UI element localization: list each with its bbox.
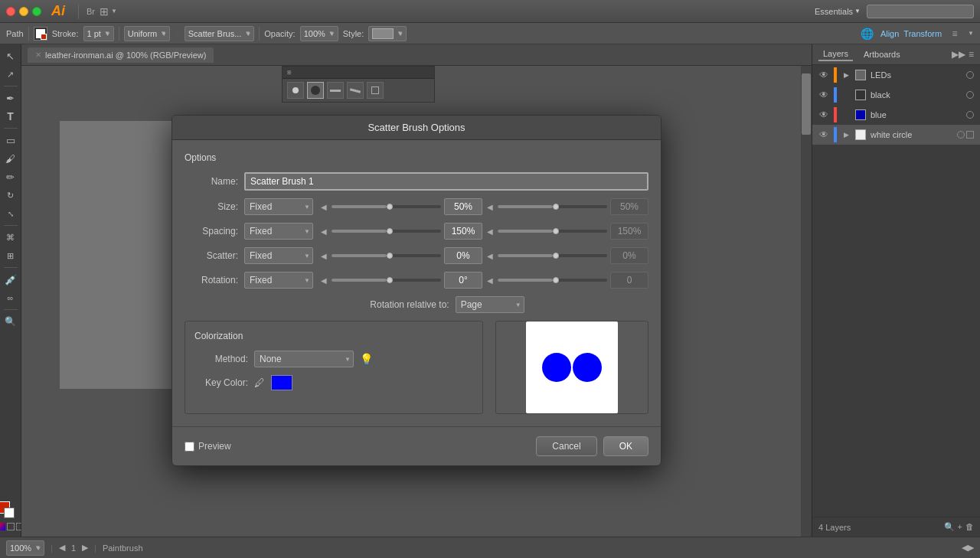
layer-visibility-blue[interactable]: 👁	[818, 109, 829, 120]
method-wrap[interactable]: NoneTintsTints and ShadesHue Shift	[254, 351, 354, 367]
rotation-type-select[interactable]: FixedRandom	[244, 272, 313, 289]
doc-tab[interactable]: ✕ leather-ironman.ai @ 100% (RGB/Preview…	[28, 47, 214, 63]
globe-icon[interactable]: 🌐	[859, 25, 876, 42]
free-transform-tool[interactable]: ⊞	[2, 247, 19, 264]
method-select[interactable]: NoneTintsTints and ShadesHue Shift	[254, 351, 354, 367]
layer-visibility-leds[interactable]: 👁	[818, 70, 829, 80]
fullscreen-button[interactable]	[32, 7, 41, 16]
minimize-button[interactable]	[19, 7, 28, 16]
opacity-dropdown[interactable]: 100% ▼	[300, 26, 338, 41]
color-mode-icon[interactable]	[0, 523, 5, 530]
spacing-type-wrap[interactable]: FixedRandom	[244, 223, 313, 240]
size-slider-left-arrow[interactable]: ◀	[319, 203, 328, 211]
prev-page[interactable]: ◀	[59, 543, 65, 553]
tab-layers[interactable]: Layers	[818, 47, 853, 61]
size-slider-thumb[interactable]	[387, 204, 393, 210]
view-options[interactable]: ⊞ ▼	[100, 5, 117, 18]
brush-wrap[interactable]: Scatter Brus... ▼	[185, 26, 255, 41]
next-page[interactable]: ▶	[82, 543, 88, 553]
traffic-lights[interactable]	[6, 7, 41, 16]
uniform-wrap[interactable]: Uniform ▼	[124, 26, 170, 41]
zoom-tool[interactable]: 🔍	[2, 313, 19, 330]
brush-option-1[interactable]	[287, 82, 304, 99]
layer-visibility-black[interactable]: 👁	[818, 90, 829, 100]
layers-panel-menu[interactable]: ≡	[969, 49, 974, 60]
rotation-slider-track[interactable]	[332, 279, 441, 282]
preview-checkbox-input[interactable]	[185, 442, 194, 452]
uniform-dropdown[interactable]: Uniform ▼	[124, 26, 170, 41]
blend-tool[interactable]: ∞	[2, 289, 19, 306]
bulb-icon[interactable]: 💡	[360, 353, 373, 365]
stroke-input[interactable]: 1 pt ▼	[83, 26, 114, 41]
brush-option-4[interactable]	[347, 82, 364, 99]
name-input[interactable]	[244, 172, 648, 191]
tab-artboards[interactable]: Artboards	[859, 48, 905, 60]
layers-panel-expand[interactable]: ▶▶	[952, 49, 965, 60]
select-tool[interactable]: ↖	[2, 47, 19, 64]
transform-button[interactable]: Transform	[903, 29, 942, 38]
eyedropper-tool[interactable]: 💉	[2, 271, 19, 288]
ok-button[interactable]: OK	[603, 436, 648, 456]
search-input[interactable]	[867, 5, 974, 18]
size-slider-thumb-2[interactable]	[553, 204, 559, 210]
size-slider-track[interactable]	[332, 205, 441, 208]
layer-row-leds[interactable]: 👁 ▶ LEDs	[812, 65, 980, 85]
layer-expand-leds[interactable]: ▶	[841, 70, 851, 80]
scale-tool[interactable]: ⤡	[2, 205, 19, 222]
fill-stroke-indicator[interactable]	[0, 501, 15, 518]
brush-option-2[interactable]	[307, 82, 324, 99]
style-dropdown[interactable]: ▼	[368, 26, 407, 41]
spacing-slider-left-arrow[interactable]: ◀	[319, 227, 328, 236]
spacing-type-select[interactable]: FixedRandom	[244, 223, 313, 240]
scatter-slider-thumb-2[interactable]	[553, 253, 559, 259]
rotation-relative-select[interactable]: PagePath	[456, 296, 524, 313]
direct-select-tool[interactable]: ↗	[2, 66, 19, 83]
spacing-slider-track-2[interactable]	[498, 230, 607, 233]
pencil-tool[interactable]: ✏	[2, 168, 19, 185]
rotation-slider-thumb[interactable]	[387, 277, 393, 283]
scatter-slider-track[interactable]	[332, 254, 441, 257]
rotation-value-input[interactable]	[444, 272, 482, 289]
scatter-type-wrap[interactable]: FixedRandom	[244, 247, 313, 264]
rotate-tool[interactable]: ↻	[2, 187, 19, 204]
scatter-slider-right-arrow[interactable]: ◀	[485, 252, 495, 260]
stroke-color[interactable]	[34, 27, 47, 41]
scatter-type-select[interactable]: FixedRandom	[244, 247, 313, 264]
tab-close[interactable]: ✕	[35, 51, 41, 59]
rotation-slider-right-arrow[interactable]: ◀	[485, 276, 495, 285]
preview-checkbox[interactable]: Preview	[185, 441, 231, 452]
rectangle-tool[interactable]: ▭	[2, 132, 19, 148]
layer-row-white-circle[interactable]: 👁 ▶ white circle	[812, 125, 980, 145]
essentials-button[interactable]: Essentials ▼	[815, 7, 861, 16]
cancel-button[interactable]: Cancel	[536, 436, 596, 456]
status-arrows[interactable]: ◀▶	[962, 543, 974, 553]
eyedropper-icon[interactable]: 🖊	[254, 377, 265, 389]
gradient-icon[interactable]	[7, 523, 15, 530]
layers-delete-icon[interactable]: 🗑	[965, 522, 974, 532]
key-color-swatch[interactable]	[271, 375, 292, 390]
close-button[interactable]	[6, 7, 15, 16]
layer-row-black[interactable]: 👁 black	[812, 85, 980, 105]
size-type-select[interactable]: FixedRandom	[244, 198, 313, 215]
rotation-slider-thumb-2[interactable]	[553, 277, 559, 283]
rotation-slider-track-2[interactable]	[498, 279, 607, 282]
vertical-scrollbar[interactable]	[801, 66, 812, 537]
paintbrush-tool[interactable]: 🖌	[2, 150, 19, 167]
bridge-button[interactable]: Br	[87, 7, 95, 16]
spacing-value-input[interactable]	[444, 223, 482, 240]
scatter-slider-thumb[interactable]	[387, 253, 393, 259]
rotation-slider-left-arrow[interactable]: ◀	[319, 276, 328, 285]
brush-option-5[interactable]	[367, 82, 384, 99]
spacing-slider-right-arrow[interactable]: ◀	[485, 227, 495, 236]
scrollbar-thumb[interactable]	[802, 73, 811, 135]
pen-tool[interactable]: ✒	[2, 90, 19, 106]
style-wrap[interactable]: ▼	[368, 26, 407, 41]
spacing-slider-track[interactable]	[332, 230, 441, 233]
size-value-input[interactable]	[444, 198, 482, 215]
more-options-icon[interactable]: ≡	[946, 25, 963, 42]
layer-expand-blue[interactable]	[841, 110, 851, 119]
layer-row-blue[interactable]: 👁 blue	[812, 105, 980, 125]
size-slider-track-2[interactable]	[498, 205, 607, 208]
scatter-value-input[interactable]	[444, 247, 482, 264]
text-tool[interactable]: T	[2, 108, 19, 125]
